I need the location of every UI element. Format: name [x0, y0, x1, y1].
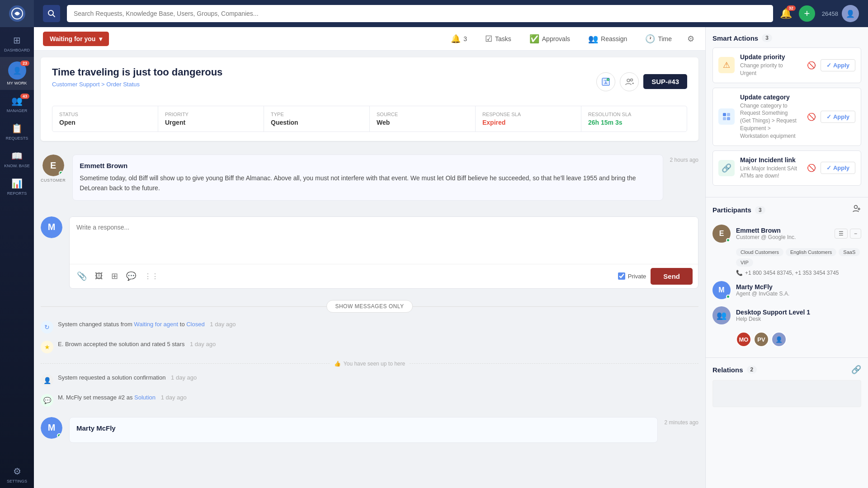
emmett-remove-btn[interactable]: − — [850, 229, 861, 239]
add-button[interactable]: + — [799, 5, 815, 22]
emmett-phone: 📞 +1 800 3454 83745, +1 353 3454 3745 — [712, 268, 861, 277]
apply-button-2[interactable]: ✓ Apply — [821, 111, 855, 123]
translate-button[interactable] — [596, 72, 615, 91]
image-button[interactable]: 🖼 — [93, 270, 105, 283]
dismiss-button-2[interactable]: 🚫 — [805, 111, 818, 123]
reassign-button[interactable]: 👥 Reassign — [584, 31, 632, 47]
activity-status-change: ↻ System changed status from Waiting for… — [34, 317, 705, 337]
field-priority: Priority Urgent — [158, 106, 264, 131]
search-button[interactable] — [43, 5, 60, 22]
dismiss-button-3[interactable]: 🚫 — [805, 162, 818, 174]
dismiss-button[interactable]: 🚫 — [805, 59, 818, 71]
message-time: 2 hours ago — [670, 155, 698, 201]
smart-action-title: Update priority — [740, 53, 800, 61]
sidebar-item-requests[interactable]: 📋 REQUESTS — [0, 117, 34, 145]
link-icon: 🔗 — [718, 160, 735, 176]
marty-avatar-part: M — [712, 281, 731, 299]
solution-link[interactable]: Solution — [134, 394, 156, 401]
topbar-actions: 🔔 32 + 26458 👤 — [780, 5, 859, 22]
desktop-support-role: Help Desk — [736, 316, 861, 322]
smart-action-buttons-3: 🚫 ✓ Apply — [805, 162, 855, 174]
tasks-label: Tasks — [495, 35, 511, 42]
sidebar-item-my-work[interactable]: 23 👤 MY WORK — [0, 57, 34, 90]
search-input[interactable] — [67, 5, 773, 22]
svg-point-10 — [854, 206, 858, 209]
apply-label-2: Apply — [833, 113, 849, 120]
users-button[interactable] — [620, 72, 639, 91]
svg-point-5 — [631, 79, 633, 81]
emmett-action-btn[interactable]: ☰ — [835, 229, 848, 239]
compose-toolbar: 📎 🖼 ⊞ 💬 ⋮⋮ Private Send — [70, 264, 698, 288]
time-button[interactable]: 🕐 Time — [641, 31, 676, 47]
ticket-content: Time traveling is just too dangerous Cus… — [34, 51, 705, 488]
ticket-fields: Status Open Priority Urgent Type Questio… — [52, 106, 687, 132]
add-relation-button[interactable]: 🔗 — [851, 365, 861, 375]
priority-value: Urgent — [165, 119, 257, 126]
extra-avatars: MO PV 👤 — [712, 328, 861, 351]
field-status: Status Open — [52, 106, 158, 131]
settings-button[interactable]: ⚙ — [685, 32, 696, 46]
show-messages-bar: SHOW MESSAGES ONLY — [34, 296, 705, 317]
breadcrumb-link[interactable]: Customer Support > Order Status — [52, 81, 140, 88]
sidebar-item-label: MY WORK — [7, 81, 27, 85]
sidebar-item-reports[interactable]: 📊 REPORTS — [0, 173, 34, 200]
tasks-icon: ☑ — [485, 34, 492, 44]
user-counter: 26458 — [822, 10, 838, 17]
resolution-sla-value: 26h 15m 3s — [588, 119, 680, 126]
activity-time: 1 day ago — [210, 321, 236, 328]
private-checkbox[interactable] — [618, 272, 625, 280]
tasks-button[interactable]: ☑ Tasks — [481, 31, 516, 47]
content-wrapper: Waiting for you ▾ 🔔 3 ☑ Tasks ✅ Approval… — [34, 27, 868, 488]
sidebar-item-settings[interactable]: ⚙ SETTINGS — [0, 460, 34, 488]
table-button[interactable]: ⊞ — [109, 269, 120, 283]
marty-info: Marty McFly Agent @ InvGate S.A. — [736, 283, 861, 297]
avatar-extra[interactable]: 👤 — [771, 332, 787, 347]
waiting-for-agent-link[interactable]: Waiting for agent — [134, 321, 178, 328]
know-base-icon: 📖 — [11, 150, 24, 162]
response-textarea[interactable] — [70, 217, 698, 262]
sidebar-item-manager[interactable]: 43 👥 MANAGER — [0, 90, 34, 117]
smart-actions-section: Smart Actions 3 ⚠ Update priority Change… — [706, 27, 868, 197]
sidebar-item-dashboard[interactable]: ⊞ DASHBOARD — [0, 29, 34, 57]
sidebar-item-label: REPORTS — [7, 191, 27, 196]
user-menu[interactable]: 26458 👤 — [822, 5, 859, 22]
add-participant-button[interactable] — [852, 204, 861, 216]
activity-rated: ★ E. Brown accepted the solution and rat… — [34, 337, 705, 357]
time-icon: 🕐 — [645, 34, 655, 44]
message-bubble: Emmett Brown Sometime today, old Biff wi… — [72, 155, 663, 201]
compose-avatar-container: M — [41, 216, 62, 289]
checkmark-icon-2: ✓ — [826, 113, 831, 120]
private-toggle[interactable]: Private — [618, 272, 646, 280]
attach-button[interactable]: 📎 — [75, 269, 89, 283]
message-row: E CUSTOMER Emmett Brown Sometime today, … — [41, 155, 698, 201]
sidebar-item-label: DASHBOARD — [4, 48, 30, 52]
sender-avatar: E — [42, 155, 64, 176]
activity-time-rated: 1 day ago — [190, 341, 216, 347]
tag-vip: VIP — [736, 258, 753, 267]
solution-request-time: 1 day ago — [171, 374, 197, 381]
apply-button[interactable]: ✓ Apply — [821, 59, 855, 71]
participants-count: 3 — [755, 206, 765, 214]
emmett-role: Customer @ Google Inc. — [736, 234, 829, 240]
topbar: 🔔 32 + 26458 👤 — [34, 0, 868, 27]
ticket-panel: Waiting for you ▾ 🔔 3 ☑ Tasks ✅ Approval… — [34, 27, 705, 488]
apply-button-3[interactable]: ✓ Apply — [821, 162, 855, 174]
sender-avatar-container: E CUSTOMER — [41, 155, 66, 201]
closed-link[interactable]: Closed — [186, 321, 204, 328]
show-messages-button[interactable]: SHOW MESSAGES ONLY — [326, 300, 412, 313]
reassign-label: Reassign — [601, 35, 627, 42]
marty-message-sender: Marty McFly — [76, 424, 651, 432]
notification-bell[interactable]: 🔔 32 — [780, 8, 792, 19]
send-button[interactable]: Send — [651, 268, 693, 285]
sidebar-item-know-base[interactable]: 📖 KNOW. BASE — [0, 145, 34, 173]
status-button[interactable]: Waiting for you ▾ — [43, 32, 109, 46]
ticket-meta-actions: Time traveling is just too dangerous Cus… — [52, 66, 687, 97]
approvals-button[interactable]: ✅ Approvals — [525, 31, 575, 47]
ticket-title: Time traveling is just too dangerous — [52, 66, 592, 78]
comment-button[interactable]: 💬 — [124, 269, 138, 283]
relations-count: 2 — [747, 366, 757, 374]
bell-button[interactable]: 🔔 3 — [446, 31, 472, 47]
approvals-label: Approvals — [542, 35, 570, 42]
avatar-mo[interactable]: MO — [736, 332, 751, 347]
avatar-pv[interactable]: PV — [754, 332, 769, 347]
